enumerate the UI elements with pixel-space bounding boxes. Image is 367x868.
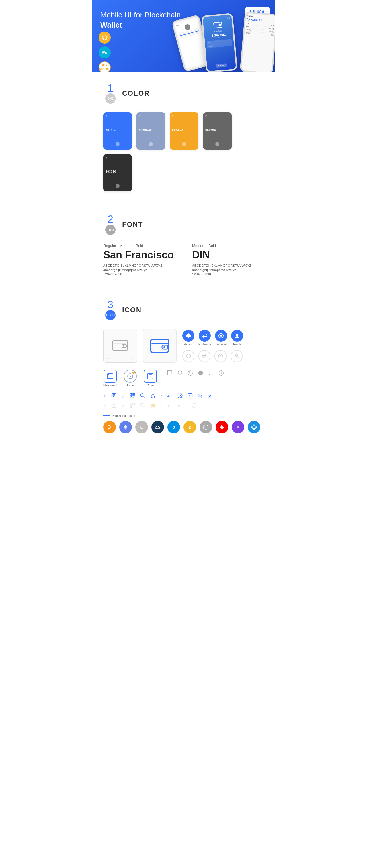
phone-mockup-2: 9:41 myWallet 6,297,502 .12 BTC ETH WAVE…	[201, 13, 237, 72]
svg-marker-49	[150, 393, 156, 398]
star-icon-active	[150, 402, 156, 409]
hero-section: Mobile UI for Blockchain Wallet UI Kit P…	[92, 0, 275, 72]
font-sf: Regular · Medium · Bold San Francisco AB…	[103, 244, 175, 277]
utility-icons-faded: + ✓ ‹ ✕ ›	[103, 402, 264, 409]
app-icons-row: Mangment History Order	[103, 370, 264, 387]
color-section-header: 1 ONE COLOR	[103, 72, 264, 112]
history-icon-item: History	[123, 370, 137, 387]
chevron-left-icon: ‹	[161, 394, 162, 399]
discover-icon	[215, 330, 227, 342]
management-icon-item: Mangment	[103, 370, 117, 387]
swatch-blue: # 3574FA	[103, 112, 132, 150]
exchange-outline-icon	[198, 350, 210, 362]
assets-icon	[182, 330, 194, 342]
share-icon-faded	[167, 402, 172, 409]
assets-icon-outline	[182, 350, 194, 362]
discover-icon-outline	[215, 350, 227, 362]
svg-text:₿: ₿	[108, 425, 111, 429]
list-edit-icon-faded	[111, 402, 117, 409]
utility-icons-blue: + ✓ ‹	[103, 393, 264, 409]
qr-icon-faded	[130, 402, 135, 409]
svg-point-13	[163, 346, 165, 348]
crypto-btc-icon: ₿	[103, 421, 116, 433]
phone-mockups: Profile 9:41 myWallet 6,297,502 .12	[172, 11, 275, 72]
misc-icons-row	[167, 370, 225, 377]
svg-rect-44	[133, 396, 133, 397]
info-icon	[218, 370, 225, 377]
wallet-icon-blue-box	[143, 329, 177, 363]
svg-rect-43	[131, 397, 132, 397]
svg-point-17	[236, 334, 238, 336]
layers-icon	[177, 370, 183, 377]
exchange-icon-item: Exchange	[198, 330, 211, 346]
screens-badge: 60+Screens	[98, 61, 111, 72]
crypto-waves-icon	[151, 421, 164, 433]
discover-icon-item: Discover	[215, 330, 227, 346]
svg-rect-22	[107, 374, 113, 379]
svg-marker-73	[156, 426, 160, 428]
svg-rect-45	[134, 396, 135, 397]
svg-rect-10	[150, 339, 169, 352]
svg-point-30	[198, 370, 203, 375]
icon-section-number: 3 THREE	[103, 300, 117, 320]
profile-icon	[231, 330, 243, 342]
assets-outline-icon	[182, 350, 194, 362]
color-section-title: COLOR	[122, 89, 150, 97]
phone-mockup-3: myWallet 6,297,502.12 BTC738.00 ETH564.9…	[240, 11, 275, 72]
color-section-number: 1 ONE	[103, 83, 117, 104]
exchange-icon-outline	[198, 350, 210, 362]
crypto-zcash-icon: Z	[184, 421, 196, 433]
history-icon	[123, 370, 137, 383]
svg-text:Ł: Ł	[140, 425, 143, 429]
svg-marker-78	[220, 425, 224, 429]
sketch-badge	[98, 32, 111, 43]
check-icon: ✓	[121, 394, 125, 399]
speech-icon	[208, 370, 214, 377]
sketch-icon	[101, 34, 108, 41]
svg-rect-62	[131, 406, 132, 407]
plus-icon-faded: +	[103, 403, 106, 409]
icon-section-title: ICON	[122, 306, 142, 314]
svg-rect-58	[131, 404, 132, 404]
swatch-gray: # 666666	[203, 112, 232, 150]
profile-icon-item: Profile	[231, 330, 243, 346]
check-icon-faded: ✓	[121, 403, 125, 409]
exchange-icon	[199, 330, 211, 342]
circle-icon	[198, 370, 204, 377]
svg-point-20	[220, 355, 221, 356]
wallet-blue-icon	[150, 338, 169, 354]
wallet-wireframe-icon	[112, 339, 128, 352]
svg-point-21	[235, 354, 237, 356]
svg-text:M: M	[236, 425, 239, 429]
font-section-title: FONT	[122, 221, 143, 228]
svg-rect-41	[133, 394, 134, 395]
svg-rect-11	[150, 339, 169, 343]
crypto-icons-row: ₿ Ł D Z I M	[103, 421, 264, 445]
svg-line-64	[143, 406, 145, 408]
info-icon-faded	[191, 402, 197, 409]
svg-text:D: D	[173, 425, 175, 429]
search-icon	[140, 393, 146, 400]
svg-marker-65	[150, 403, 156, 408]
search-icon-faded	[140, 402, 146, 409]
svg-point-19	[219, 354, 223, 358]
profile-icon-outline	[230, 350, 243, 362]
svg-point-33	[221, 371, 222, 372]
color-swatches: # 3574FA # 8DA0C8 # F5A623 # 666666 # 30…	[103, 112, 264, 191]
icon-grid-template	[103, 329, 137, 363]
font-section-number: 2 TWO	[103, 214, 117, 235]
main-content: 1 ONE COLOR # 3574FA # 8DA0C8 # F5A623 #…	[92, 72, 275, 445]
crypto-matic-icon: M	[232, 421, 244, 433]
share-icon	[167, 393, 172, 400]
font-din: Medium · Bold DIN ABCDEFGHIJKLMNOPQRSTUV…	[192, 244, 264, 277]
chat-icon	[167, 370, 173, 377]
svg-rect-60	[133, 404, 134, 404]
export-icon	[187, 393, 193, 400]
svg-point-81	[253, 425, 255, 430]
crypto-ark-icon	[216, 421, 228, 433]
crypto-other-icon	[248, 421, 260, 433]
svg-rect-26	[148, 373, 153, 379]
svg-rect-7	[113, 340, 128, 343]
management-icon	[104, 370, 117, 383]
svg-rect-39	[131, 394, 132, 395]
